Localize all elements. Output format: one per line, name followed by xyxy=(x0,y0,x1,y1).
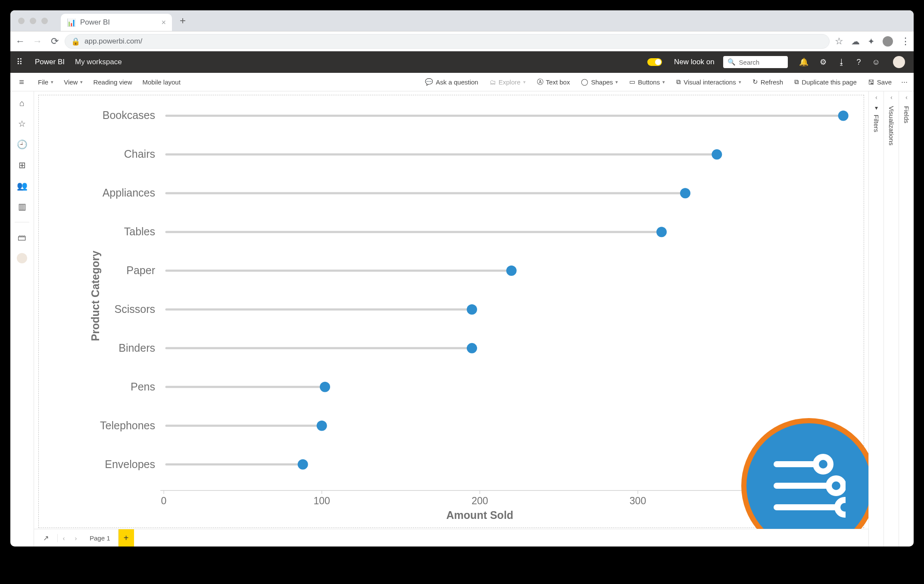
address-field[interactable]: 🔒 app.powerbi.com/ xyxy=(65,34,830,49)
app-launcher-waffle-icon[interactable]: ⠿ xyxy=(13,57,26,67)
explore-button: 🗂Explore▾ xyxy=(484,73,531,91)
chevron-down-icon: ▾ xyxy=(80,79,83,85)
mac-traffic-lights xyxy=(10,18,56,24)
right-collapsed-panes: › ▾ Filters › Visualizations › Fields xyxy=(868,91,914,547)
svg-point-33 xyxy=(467,343,477,353)
more-options-button[interactable]: ⋯ xyxy=(898,73,911,91)
filters-pane-collapsed[interactable]: › ▾ Filters xyxy=(868,91,883,547)
lock-icon: 🔒 xyxy=(71,37,80,46)
next-page-button[interactable]: › xyxy=(70,534,82,542)
svg-point-46 xyxy=(829,478,843,493)
rail-user-avatar[interactable] xyxy=(17,253,27,263)
svg-text:Telephones: Telephones xyxy=(100,419,155,431)
notifications-bell-icon[interactable]: 🔔 xyxy=(799,57,808,67)
apps-icon[interactable]: ⊞ xyxy=(19,160,26,170)
svg-text:Product Category: Product Category xyxy=(89,251,101,341)
minimize-window-dot[interactable] xyxy=(30,18,36,24)
extensions-puzzle-icon[interactable]: ✦ xyxy=(868,36,875,47)
add-page-button[interactable]: + xyxy=(119,529,134,547)
search-placeholder: Search xyxy=(739,59,760,66)
refresh-icon: ↻ xyxy=(752,78,758,86)
lollipop-chart: 0100200300400Amount SoldProduct Category… xyxy=(39,95,864,528)
new-look-toggle[interactable] xyxy=(647,58,662,66)
svg-text:Envelopes: Envelopes xyxy=(105,458,155,470)
shapes-button[interactable]: ◯Shapes▾ xyxy=(576,73,623,91)
file-menu[interactable]: File▾ xyxy=(33,73,59,91)
close-window-dot[interactable] xyxy=(18,18,25,24)
view-menu[interactable]: View▾ xyxy=(59,73,88,91)
pbi-brand[interactable]: Power BI xyxy=(35,58,65,66)
shared-icon[interactable]: 👥 xyxy=(17,181,28,191)
cloud-extension-icon[interactable]: ☁ xyxy=(851,36,860,47)
expand-chevron-icon: › xyxy=(890,95,893,102)
home-icon[interactable]: ⌂ xyxy=(19,98,25,108)
visualizations-pane-collapsed[interactable]: › Visualizations xyxy=(883,91,899,547)
chat-icon: 💬 xyxy=(425,78,433,86)
browser-tab-strip: 📊 Power BI × + xyxy=(10,10,914,31)
svg-text:Amount Sold: Amount Sold xyxy=(446,509,514,521)
page-tabs: ↗ ‹ › Page 1 + xyxy=(34,529,868,547)
svg-text:200: 200 xyxy=(471,495,488,506)
new-look-label: New look on xyxy=(674,58,715,66)
svg-text:Chairs: Chairs xyxy=(124,148,155,160)
zoom-window-dot[interactable] xyxy=(41,18,48,24)
svg-point-39 xyxy=(317,421,327,431)
buttons-button[interactable]: ▭Buttons▾ xyxy=(624,73,670,91)
workspace-label[interactable]: My workspace xyxy=(75,58,122,66)
svg-point-36 xyxy=(320,382,330,392)
rail-separator xyxy=(15,222,29,222)
text-box-button[interactable]: ⒶText box xyxy=(532,73,575,91)
address-url: app.powerbi.com/ xyxy=(84,37,142,46)
chrome-profile-avatar[interactable] xyxy=(883,36,893,47)
user-avatar[interactable] xyxy=(893,56,905,68)
download-icon[interactable]: ⭳ xyxy=(838,58,846,67)
new-tab-button[interactable]: + xyxy=(175,12,190,29)
reading-view-button[interactable]: Reading view xyxy=(88,73,137,91)
search-icon: 🔍 xyxy=(727,58,736,66)
popout-icon[interactable]: ↗ xyxy=(34,534,58,542)
svg-point-18 xyxy=(712,149,722,159)
text-box-icon: Ⓐ xyxy=(537,78,543,86)
close-tab-icon[interactable]: × xyxy=(161,18,166,27)
bookmark-star-icon[interactable]: ☆ xyxy=(835,36,843,47)
svg-text:Pens: Pens xyxy=(131,381,155,393)
svg-point-44 xyxy=(816,457,830,472)
browser-tab-title: Power BI xyxy=(80,18,110,27)
nav-hamburger-icon[interactable]: ≡ xyxy=(10,77,33,87)
ribbon-toolbar: ≡ File▾ View▾ Reading view Mobile layout… xyxy=(10,73,914,91)
browser-tab[interactable]: 📊 Power BI × xyxy=(61,14,172,31)
svg-text:Appliances: Appliances xyxy=(103,187,155,199)
fields-pane-collapsed[interactable]: › Fields xyxy=(899,91,914,547)
report-canvas[interactable]: 0100200300400Amount SoldProduct Category… xyxy=(38,95,864,528)
nav-reload-icon[interactable]: ⟳ xyxy=(47,36,62,47)
svg-point-15 xyxy=(838,110,849,121)
visual-interactions-button[interactable]: ⧉Visual interactions▾ xyxy=(671,73,746,91)
data-hub-icon[interactable]: 🗃 xyxy=(18,233,26,243)
svg-point-30 xyxy=(467,304,477,315)
chrome-menu-icon[interactable]: ⋮ xyxy=(901,36,909,47)
lollipop-badge-icon xyxy=(772,451,846,520)
svg-text:Binders: Binders xyxy=(119,342,155,354)
duplicate-icon: ⧉ xyxy=(794,78,799,86)
ask-question-button[interactable]: 💬Ask a question xyxy=(420,73,483,91)
buttons-icon: ▭ xyxy=(629,78,635,86)
workspaces-icon[interactable]: ▥ xyxy=(18,201,26,212)
duplicate-page-button[interactable]: ⧉Duplicate this page xyxy=(789,73,862,91)
svg-point-24 xyxy=(656,227,667,237)
page-tab-1[interactable]: Page 1 xyxy=(82,529,119,547)
favorites-star-icon[interactable]: ☆ xyxy=(18,119,26,129)
svg-text:Tables: Tables xyxy=(124,225,155,237)
save-button[interactable]: 🖫Save xyxy=(863,73,897,91)
refresh-button[interactable]: ↻Refresh xyxy=(747,73,789,91)
nav-back-icon[interactable]: ← xyxy=(13,36,28,47)
mobile-layout-button[interactable]: Mobile layout xyxy=(137,73,185,91)
svg-point-48 xyxy=(837,500,846,515)
expand-chevron-icon: › xyxy=(905,95,908,102)
help-icon[interactable]: ? xyxy=(857,58,861,67)
recent-clock-icon[interactable]: 🕘 xyxy=(17,139,28,150)
expand-chevron-icon: › xyxy=(875,95,877,102)
feedback-smiley-icon[interactable]: ☺ xyxy=(872,58,880,67)
prev-page-button[interactable]: ‹ xyxy=(58,534,70,542)
search-input[interactable]: 🔍 Search xyxy=(723,56,788,68)
settings-gear-icon[interactable]: ⚙ xyxy=(820,57,827,67)
